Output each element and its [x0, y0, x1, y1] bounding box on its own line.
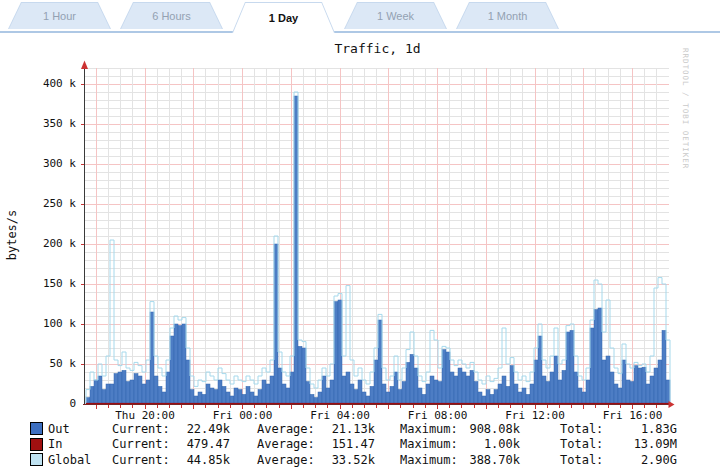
- y-tick-label: 400 k: [28, 77, 76, 90]
- legend-stat-current: Current:22.49k: [112, 422, 230, 436]
- legend-stat-total: Total:13.09M: [560, 437, 677, 451]
- legend-stat-maximum: Maximum:388.70k: [400, 453, 520, 467]
- legend-stat-current: Current:479.47: [112, 437, 230, 451]
- out-series: [86, 96, 670, 404]
- tab-label: 1 Week: [344, 2, 447, 29]
- y-tick-label: 100 k: [28, 317, 76, 330]
- tab-label: 1 Hour: [8, 2, 111, 29]
- tab-6-hours[interactable]: 6 Hours: [120, 2, 223, 29]
- y-tick-label: 250 k: [28, 197, 76, 210]
- y-tick-label: 0: [28, 397, 76, 410]
- legend-swatch-out: [30, 422, 43, 435]
- y-axis-label: bytes/s: [5, 135, 19, 335]
- tab-1-week[interactable]: 1 Week: [344, 2, 447, 29]
- y-tick-label: 150 k: [28, 277, 76, 290]
- y-tick-label: 300 k: [28, 157, 76, 170]
- legend-stat-average: Average:21.13k: [257, 422, 375, 436]
- tab-label: 1 Month: [456, 2, 559, 29]
- y-tick-label: 50 k: [28, 357, 76, 370]
- legend-stat-average: Average:151.47: [257, 437, 375, 451]
- chart-legend: OutCurrent:22.49kAverage:21.13kMaximum:9…: [0, 421, 720, 468]
- rrdtool-watermark: RRDTOOL / TOBI OETIKER: [681, 48, 690, 188]
- legend-stat-average: Average:33.52k: [257, 453, 375, 467]
- time-range-tabs: 1 Hour6 Hours1 Day1 Week1 Month: [0, 0, 720, 33]
- tab-1-hour[interactable]: 1 Hour: [8, 2, 111, 29]
- traffic-monitor-page: 1 Hour6 Hours1 Day1 Week1 Month Traffic,…: [0, 0, 720, 471]
- tab-1-month[interactable]: 1 Month: [456, 2, 559, 29]
- tab-1-day[interactable]: 1 Day: [232, 2, 335, 33]
- legend-row-global: GlobalCurrent:44.85kAverage:33.52kMaximu…: [0, 452, 720, 468]
- y-tick-label: 350 k: [28, 117, 76, 130]
- legend-swatch-global: [30, 453, 43, 466]
- legend-stat-maximum: Maximum:908.08k: [400, 422, 520, 436]
- legend-stat-maximum: Maximum:1.00k: [400, 437, 520, 451]
- y-tick-label: 200 k: [28, 237, 76, 250]
- tab-label: 1 Day: [232, 2, 335, 33]
- legend-stat-total: Total:1.83G: [560, 422, 677, 436]
- traffic-chart: [80, 60, 675, 410]
- legend-series-name: Out: [48, 422, 112, 436]
- legend-stat-total: Total:2.90G: [560, 453, 677, 467]
- tab-label: 6 Hours: [120, 2, 223, 29]
- legend-row-in: InCurrent:479.47Average:151.47Maximum:1.…: [0, 437, 720, 453]
- legend-series-name: In: [48, 437, 112, 451]
- legend-swatch-in: [30, 438, 43, 451]
- legend-stat-current: Current:44.85k: [112, 453, 230, 467]
- legend-row-out: OutCurrent:22.49kAverage:21.13kMaximum:9…: [0, 421, 720, 437]
- chart-title: Traffic, 1d: [80, 41, 675, 56]
- legend-series-name: Global: [48, 453, 112, 467]
